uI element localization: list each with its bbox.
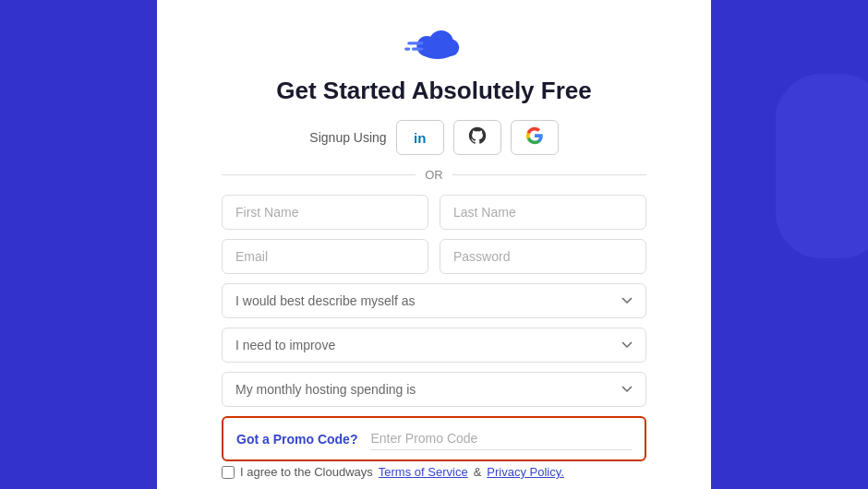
or-text: OR <box>425 168 443 182</box>
promo-code-link[interactable]: Got a Promo Code? <box>236 432 357 447</box>
page-wrapper: Get Started Absolutely Free Signup Using… <box>0 0 868 489</box>
describe-select[interactable]: I would best describe myself as Develope… <box>222 283 646 318</box>
privacy-policy-link[interactable]: Privacy Policy. <box>487 465 564 479</box>
signup-using-label: Signup Using <box>309 130 386 145</box>
email-input[interactable] <box>222 239 428 274</box>
first-name-input[interactable] <box>222 195 428 230</box>
svg-point-3 <box>442 39 460 56</box>
terms-of-service-link[interactable]: Terms of Service <box>379 465 468 479</box>
credentials-row <box>222 239 646 274</box>
signup-card: Get Started Absolutely Free Signup Using… <box>157 0 711 489</box>
signup-form: I would best describe myself as Develope… <box>222 195 646 461</box>
right-background <box>711 0 868 489</box>
svg-rect-4 <box>407 42 423 44</box>
or-line-left <box>222 174 416 175</box>
svg-rect-6 <box>404 48 410 51</box>
terms-row: I agree to the Cloudways Terms of Servic… <box>222 465 646 479</box>
last-name-input[interactable] <box>440 195 646 230</box>
logo-icon <box>402 22 466 67</box>
terms-label: I agree to the Cloudways <box>240 465 373 479</box>
svg-rect-5 <box>412 48 423 51</box>
github-icon <box>467 125 488 150</box>
linkedin-button[interactable]: in <box>396 120 444 155</box>
promo-code-box: Got a Promo Code? <box>222 416 646 461</box>
google-button[interactable] <box>511 120 559 155</box>
google-icon <box>525 126 544 149</box>
page-title: Get Started Absolutely Free <box>276 77 591 105</box>
terms-ampersand: & <box>474 465 482 479</box>
linkedin-icon: in <box>414 130 426 146</box>
terms-checkbox[interactable] <box>222 466 235 479</box>
github-button[interactable] <box>453 120 501 155</box>
left-background <box>0 0 157 489</box>
promo-code-input[interactable] <box>370 427 632 450</box>
improve-select[interactable]: I need to improve Performance Security S… <box>222 328 646 363</box>
name-row <box>222 195 646 230</box>
password-input[interactable] <box>440 239 646 274</box>
signup-using-row: Signup Using in <box>309 120 558 155</box>
or-line-right <box>452 174 646 175</box>
spending-select[interactable]: My monthly hosting spending is $0 - $50 … <box>222 372 646 407</box>
or-divider: OR <box>222 168 646 182</box>
